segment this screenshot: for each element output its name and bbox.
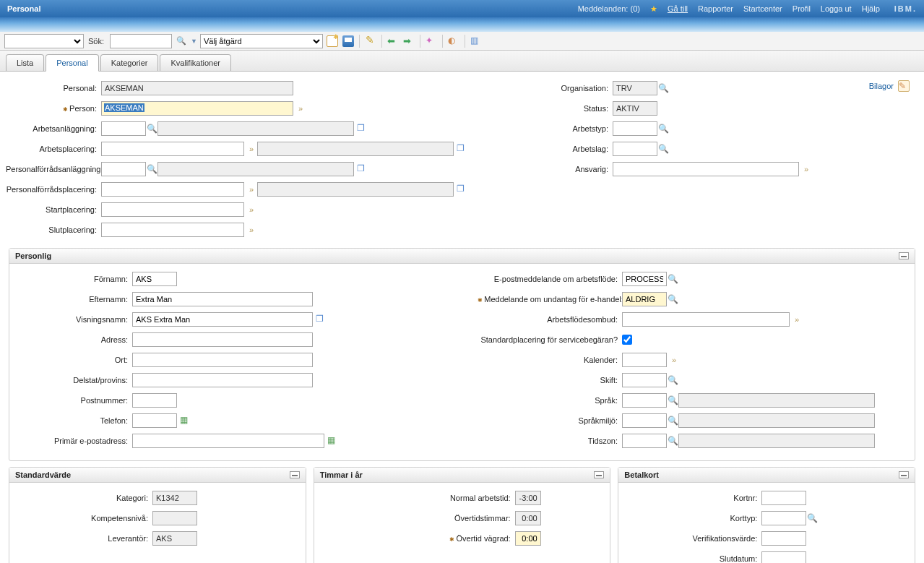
nav-startcenter[interactable]: Startcenter — [743, 4, 782, 13]
quick-select[interactable] — [4, 34, 84, 48]
label-arbetslag: Arbetslag: — [468, 145, 613, 153]
goto-link[interactable]: Gå till — [668, 4, 688, 13]
startplacering-field[interactable] — [101, 202, 244, 217]
slutplacering-field[interactable] — [101, 223, 244, 237]
nav-profil[interactable]: Profil — [793, 4, 811, 13]
nav-hjalp[interactable]: Hjälp — [862, 4, 880, 13]
pfp-field[interactable] — [101, 182, 244, 197]
vagrad-field[interactable] — [515, 531, 541, 546]
ansvarig-detail-icon[interactable]: » — [799, 165, 812, 173]
minimize-icon[interactable] — [899, 252, 909, 259]
telefon-detail-icon[interactable] — [177, 415, 190, 426]
attachments-link[interactable]: Bilagor — [869, 80, 910, 92]
reports-icon[interactable] — [470, 35, 483, 48]
pfp-doc-icon[interactable] — [454, 184, 467, 195]
telefon-field[interactable] — [132, 413, 177, 428]
arbetsflodesombud-field[interactable] — [622, 312, 790, 327]
nav-loggaut[interactable]: Logga ut — [821, 4, 852, 13]
action-select[interactable]: Välj åtgärd — [200, 34, 323, 48]
person-detail-icon[interactable]: » — [293, 104, 306, 113]
delstat-field[interactable] — [132, 373, 313, 387]
search-label: Sök: — [88, 37, 104, 46]
skift-field[interactable] — [622, 373, 667, 387]
ansvarig-field[interactable] — [613, 162, 799, 176]
kortnr-field[interactable] — [761, 491, 806, 505]
arbetsanlaggning-detail-icon[interactable] — [354, 123, 367, 134]
main-content: Personal: Person: AKSEMAN » Arbetsanlägg… — [0, 72, 924, 563]
ort-field[interactable] — [132, 353, 313, 367]
slutplacering-detail-icon[interactable]: » — [244, 225, 257, 234]
tab-kvalifikationer[interactable]: Kvalifikationer — [160, 54, 230, 71]
visningsnamn-field[interactable] — [132, 312, 313, 327]
gauge-icon[interactable] — [447, 35, 460, 48]
arbetsanlaggning-field[interactable] — [101, 121, 146, 136]
arbetstyp-field[interactable] — [613, 121, 657, 136]
postnummer-field[interactable] — [132, 393, 177, 408]
workflow-icon[interactable] — [425, 35, 438, 48]
tab-personal[interactable]: Personal — [46, 54, 98, 72]
kalender-field[interactable] — [622, 353, 667, 367]
adress-field[interactable] — [132, 332, 313, 347]
fornamn-field[interactable] — [132, 272, 177, 286]
visningsnamn-detail-icon[interactable] — [313, 314, 326, 325]
arbetsplacering-detail-icon[interactable]: » — [244, 145, 257, 153]
prev-record-icon[interactable] — [387, 35, 400, 48]
arbetslag-field[interactable] — [613, 142, 657, 156]
tab-lista[interactable]: Lista — [6, 54, 44, 71]
arbetstyp-lookup-icon[interactable]: 🔍 — [657, 124, 669, 134]
pfa-field[interactable] — [101, 162, 146, 176]
search-icon[interactable]: 🔍 — [175, 35, 188, 48]
startplacering-detail-icon[interactable]: » — [244, 205, 257, 214]
organisation-lookup-icon[interactable]: 🔍 — [657, 83, 669, 93]
new-record-icon[interactable] — [326, 35, 339, 48]
undantag-ehandel-field[interactable] — [622, 292, 667, 306]
label-sprak: Språk: — [478, 396, 622, 405]
search-input[interactable] — [110, 34, 172, 48]
messages-link[interactable]: Meddelanden: (0) — [578, 4, 640, 13]
minimize-icon[interactable] — [594, 471, 604, 478]
skift-lookup-icon[interactable]: 🔍 — [667, 375, 678, 385]
nav-rapporter[interactable]: Rapporter — [698, 4, 733, 13]
next-record-icon[interactable] — [402, 35, 415, 48]
verif-field[interactable] — [761, 531, 806, 546]
sprak-field[interactable] — [622, 393, 667, 408]
pfa-detail-icon[interactable] — [354, 163, 367, 175]
stdplacering-checkbox[interactable] — [622, 335, 632, 345]
sprakmiljo-field[interactable] — [622, 413, 667, 428]
korttyp-lookup-icon[interactable]: 🔍 — [806, 513, 818, 523]
efternamn-field[interactable] — [132, 292, 313, 306]
label-postnummer: Postnummer: — [37, 396, 132, 405]
sprakmiljo-lookup-icon[interactable]: 🔍 — [667, 416, 678, 426]
kalender-detail-icon[interactable]: » — [667, 356, 680, 364]
epost-detail-icon[interactable] — [324, 435, 337, 447]
label-epost: Primär e-postadress: — [37, 437, 132, 445]
save-icon[interactable] — [342, 35, 355, 48]
undantag-ehandel-lookup-icon[interactable]: 🔍 — [667, 294, 678, 304]
arbetsplacering-doc-icon[interactable] — [454, 143, 467, 155]
attachments-icon[interactable] — [898, 80, 910, 92]
slutdatum-field[interactable] — [761, 551, 806, 563]
korttyp-field[interactable] — [761, 511, 806, 525]
tidszon-lookup-icon[interactable]: 🔍 — [667, 436, 678, 446]
attachments-label[interactable]: Bilagor — [869, 82, 894, 90]
arbetslag-lookup-icon[interactable]: 🔍 — [657, 144, 669, 154]
minimize-icon[interactable] — [899, 471, 909, 478]
tab-kategorier[interactable]: Kategorier — [100, 54, 159, 71]
search-dropdown-icon[interactable]: ▼ — [191, 38, 197, 45]
tab-row: Lista Personal Kategorier Kvalifikatione… — [0, 51, 924, 72]
pfp-detail-icon[interactable]: » — [244, 185, 257, 194]
label-normal: Normal arbetstid: — [320, 494, 515, 502]
edit-icon[interactable] — [364, 35, 377, 48]
label-startplacering: Startplacering: — [6, 205, 101, 214]
arbetsflodesombud-detail-icon[interactable]: » — [790, 315, 803, 324]
epost-arbetsflode-field[interactable] — [622, 272, 667, 286]
pfa-lookup-icon[interactable]: 🔍 — [146, 164, 157, 174]
tidszon-field[interactable] — [622, 434, 667, 448]
minimize-icon[interactable] — [290, 471, 300, 478]
epost-field[interactable] — [132, 434, 324, 448]
sprakmiljo-desc — [678, 413, 875, 428]
arbetsplacering-field[interactable] — [101, 142, 244, 156]
arbetsanlaggning-lookup-icon[interactable]: 🔍 — [146, 124, 157, 134]
sprak-lookup-icon[interactable]: 🔍 — [667, 395, 678, 405]
epost-arbetsflode-lookup-icon[interactable]: 🔍 — [667, 274, 678, 284]
